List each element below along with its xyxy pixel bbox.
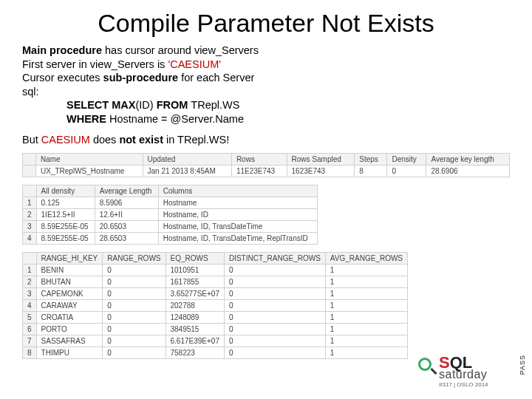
txt: (ID) [135, 99, 156, 111]
txt: CAESIUM [41, 134, 90, 146]
txt: Cursor executes [22, 72, 103, 83]
cell: CAPEMONK [36, 287, 103, 299]
table-row: 3CAPEMONK03.65277SE+0701 [23, 287, 408, 299]
txt: not exist [119, 134, 163, 146]
cell: 1010951 [166, 264, 224, 276]
txt: FROM [157, 99, 191, 111]
cell: 1248089 [166, 311, 224, 323]
txt: Hostname = @Server.Name [109, 113, 244, 125]
col-eq-rows: EQ_ROWS [166, 252, 224, 264]
line-6: WHERE Hostname = @Server.Name [22, 112, 510, 126]
table-row: UX_TReplWS_Hostname Jan 21 2013 8:45AM 1… [23, 165, 510, 177]
cell: PORTO [36, 323, 103, 335]
cell: 0 [387, 165, 426, 177]
table-row: 6PORTO0384951501 [23, 323, 408, 335]
cell: 1IE12.5+II [36, 208, 95, 220]
txt: TRepl.WS [191, 99, 239, 111]
cell: 0 [224, 299, 325, 311]
cell: 12.6+II [95, 208, 158, 220]
cell: 6 [23, 323, 37, 335]
col-avg-key-len: Average key length [426, 153, 510, 165]
cell: 1 [325, 287, 407, 299]
cell: 3.65277SE+07 [166, 287, 224, 299]
cell: 28.6503 [95, 232, 158, 244]
cell: 1 [23, 264, 37, 276]
cell: 0.125 [36, 197, 95, 208]
col-density: Density [387, 153, 426, 165]
spacer [22, 126, 510, 133]
cell: 4 [23, 232, 37, 244]
line-7: But CAESIUM does not exist in TRepl.WS! [22, 133, 510, 147]
txt: in TRepl.WS! [163, 134, 229, 146]
txt: for each Server [178, 72, 254, 83]
cell: CROATIA [36, 311, 103, 323]
cell: 0 [103, 264, 166, 276]
cell: 0 [103, 323, 166, 335]
logo-pass: PASS [519, 355, 526, 375]
cell: 0 [224, 287, 325, 299]
magnifier-icon [418, 358, 437, 377]
cell: 6.617E39E+07 [166, 335, 224, 347]
cell: Hostname, ID, TransDateTime, ReplTransID [158, 232, 317, 244]
table-row: 2BHUTAN0161785501 [23, 276, 408, 287]
cell: Hostname, ID [158, 208, 317, 220]
txt: sub-procedure [103, 72, 179, 83]
cell: 11E23E743 [231, 165, 287, 177]
line-4: sql: [22, 85, 510, 99]
table-row: 4CARAWAY020278801 [23, 299, 408, 311]
col-rows: Rows [231, 153, 287, 165]
cell: SASSAFRAS [36, 335, 103, 347]
cell: 2 [23, 208, 37, 220]
cell: 4 [23, 299, 37, 311]
table-row: 21IE12.5+II12.6+IIHostname, ID [23, 208, 318, 220]
cell: 2 [23, 276, 37, 287]
col-range-rows: RANGE_ROWS [103, 252, 166, 264]
txt: But [22, 134, 41, 146]
txt: First server in view_Servers is [22, 58, 168, 70]
cell: 1 [325, 323, 407, 335]
col-updated: Updated [143, 153, 231, 165]
table-row: 1BENIN0101095101 [23, 264, 408, 276]
tables-region: Name Updated Rows Rows Sampled Steps Den… [22, 153, 510, 359]
cell: 0 [224, 264, 325, 276]
cell: 1 [325, 299, 407, 311]
slide-title: Compile Parameter Not Exists [22, 9, 510, 38]
cell: 8 [23, 347, 37, 358]
cell: 0 [103, 276, 166, 287]
cell: BENIN [36, 264, 103, 276]
txt: Main procedure [22, 44, 102, 56]
cell: 1617855 [166, 276, 224, 287]
cell: 3 [23, 287, 37, 299]
col-name: Name [36, 153, 143, 165]
sql-saturday-logo: PASS SQL saturday #317 | OSLO 2014 [423, 352, 519, 392]
cell: BHUTAN [36, 276, 103, 287]
cell [23, 165, 36, 177]
cell: 1 [325, 276, 407, 287]
txt: SELECT MAX [66, 99, 135, 111]
cell: Jan 21 2013 8:45AM [143, 165, 231, 177]
cell: 8 [355, 165, 387, 177]
handle-icon [430, 368, 437, 375]
line-3: Cursor executes sub-procedure for each S… [22, 71, 510, 85]
cell: 1 [23, 197, 37, 208]
txt: does [90, 134, 120, 146]
line-5: SELECT MAX(ID) FROM TRepl.WS [22, 98, 510, 112]
cell: 5 [23, 311, 37, 323]
col-distinct-range-rows: DISTINCT_RANGE_ROWS [224, 252, 325, 264]
col-columns: Columns [158, 185, 317, 197]
cell: 0 [103, 287, 166, 299]
cell: 758223 [166, 347, 224, 358]
col-range-hi-key: RANGE_HI_KEY [36, 252, 103, 264]
line-2: First server in view_Servers is 'CAESIUM… [22, 58, 510, 72]
cell: 0 [224, 335, 325, 347]
col-rows-sampled: Rows Sampled [287, 153, 355, 165]
col-steps: Steps [355, 153, 387, 165]
cell: 3849515 [166, 323, 224, 335]
cell: 8.5906 [95, 197, 158, 208]
cell: 1623E743 [287, 165, 355, 177]
logo-sub: #317 | OSLO 2014 [439, 381, 488, 388]
col-avg-len: Average Length [95, 185, 158, 197]
stats-header-table: Name Updated Rows Rows Sampled Steps Den… [22, 153, 510, 177]
cell: Hostname [158, 197, 317, 208]
table-header-row: All density Average Length Columns [23, 185, 318, 197]
